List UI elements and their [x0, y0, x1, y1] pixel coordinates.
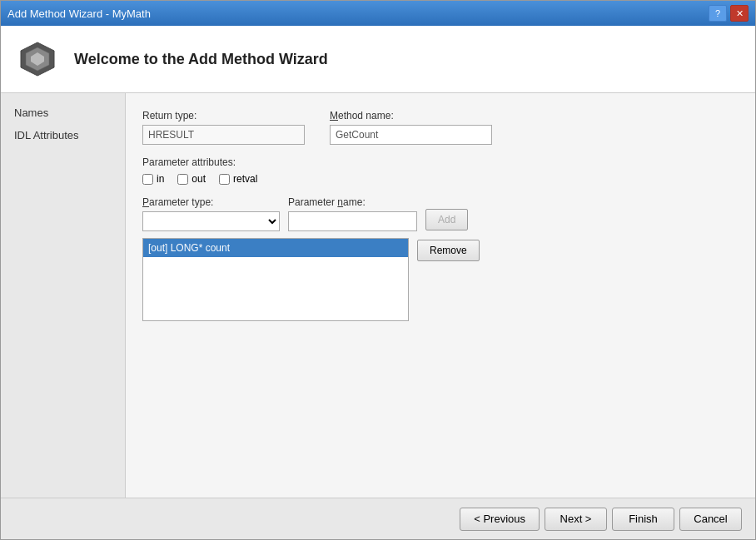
title-bar: Add Method Wizard - MyMath ? ✕ — [1, 1, 755, 26]
param-name-label: Parameter name: — [288, 196, 417, 208]
return-method-row: Return type: Method name: — [142, 110, 739, 145]
param-list-item[interactable]: [out] LONG* count — [143, 239, 408, 257]
method-name-input[interactable] — [330, 125, 492, 145]
param-attrs-label: Parameter attributes: — [142, 156, 739, 168]
checkbox-in-label[interactable]: in — [142, 173, 164, 185]
sidebar-item-idl-attributes[interactable]: IDL Attributes — [1, 124, 125, 146]
param-type-group: Parameter type: — [142, 196, 280, 231]
window-title: Add Method Wizard - MyMath — [7, 7, 151, 20]
method-name-label: Method name: — [330, 110, 492, 121]
logo-icon — [17, 39, 57, 79]
checkbox-out-text: out — [191, 173, 206, 185]
title-bar-controls: ? ✕ — [709, 5, 749, 22]
sidebar: Names IDL Attributes — [1, 93, 126, 498]
finish-button[interactable]: Finish — [612, 508, 674, 531]
add-button[interactable]: Add — [425, 209, 468, 230]
method-name-group: Method name: — [330, 110, 492, 145]
param-type-label: Parameter type: — [142, 196, 280, 208]
return-type-group: Return type: — [142, 110, 305, 145]
footer: < Previous Next > Finish Cancel — [1, 498, 755, 539]
window-close-button[interactable]: ✕ — [730, 5, 749, 22]
page-title: Welcome to the Add Method Wizard — [74, 51, 328, 68]
header-area: Welcome to the Add Method Wizard — [1, 26, 755, 93]
param-name-input[interactable] — [288, 211, 417, 231]
checkbox-out-label[interactable]: out — [177, 173, 206, 185]
checkbox-in-text: in — [157, 173, 164, 185]
next-button[interactable]: Next > — [545, 508, 607, 531]
return-type-input[interactable] — [142, 125, 305, 145]
param-list-container: [out] LONG* count Remove — [142, 238, 739, 321]
checkbox-retval-text: retval — [233, 173, 257, 185]
return-type-label: Return type: — [142, 110, 305, 121]
content-area: Return type: Method name: Parameter attr… — [126, 93, 755, 498]
param-type-name-row: Parameter type: Parameter name: Add — [142, 196, 739, 231]
checkbox-retval-label[interactable]: retval — [219, 173, 257, 185]
param-name-group: Parameter name: — [288, 196, 417, 231]
checkbox-retval[interactable] — [219, 174, 230, 185]
cancel-button[interactable]: Cancel — [679, 508, 742, 531]
checkbox-out[interactable] — [177, 174, 188, 185]
main-area: Names IDL Attributes Return type: Method… — [1, 93, 755, 498]
previous-button[interactable]: < Previous — [460, 508, 540, 531]
wizard-window: Add Method Wizard - MyMath ? ✕ Welcome t… — [0, 0, 756, 540]
help-button[interactable]: ? — [709, 5, 727, 22]
param-type-select[interactable] — [142, 211, 280, 231]
param-list[interactable]: [out] LONG* count — [142, 238, 409, 321]
checkbox-in[interactable] — [142, 174, 153, 185]
remove-button[interactable]: Remove — [417, 240, 480, 261]
sidebar-item-names[interactable]: Names — [1, 102, 125, 124]
checkboxes-row: in out retval — [142, 173, 739, 185]
